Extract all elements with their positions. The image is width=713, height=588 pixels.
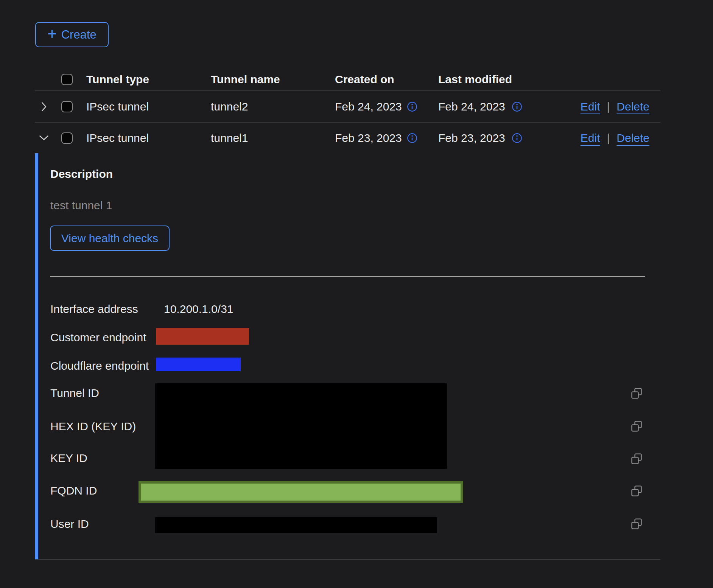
create-button-label: Create [61,28,97,42]
plus-icon: + [47,26,57,42]
field-label-hex-id: HEX ID (KEY ID) [50,419,136,434]
cell-tunnel-type: IPsec tunnel [86,132,149,145]
edit-link[interactable]: Edit [581,132,600,145]
header-tunnel-type: Tunnel type [86,73,149,86]
field-label-fqdn-id: FQDN ID [50,483,97,498]
field-label-customer-endpoint: Customer endpoint [50,330,146,345]
copy-key-id-icon[interactable] [631,453,642,465]
header-tunnel-name: Tunnel name [211,73,280,86]
expanded-row-panel: Description test tunnel 1 View health ch… [0,153,713,560]
fqdn-id-redaction [139,481,463,503]
expand-chevron-right-icon[interactable] [36,99,51,114]
description-label: Description [50,166,113,182]
cell-last-modified: Feb 24, 2023 [438,100,505,113]
user-id-redaction [155,517,437,533]
cloudflare-endpoint-redaction [156,358,241,371]
copy-user-id-icon[interactable] [631,518,642,530]
created-on-info-icon[interactable] [407,133,417,143]
create-button[interactable]: + Create [35,22,109,47]
chevron-right-icon [41,102,47,112]
copy-tunnel-id-icon[interactable] [631,388,642,399]
cell-tunnel-name: tunnel2 [211,100,248,113]
last-modified-info-icon[interactable] [512,133,522,143]
table-header: Tunnel type Tunnel name Created on Last … [0,68,713,90]
header-last-modified: Last modified [438,73,512,86]
cell-created-on: Feb 24, 2023 [335,100,402,113]
view-health-checks-button[interactable]: View health checks [50,226,170,251]
row-checkbox[interactable] [61,101,73,112]
edit-link[interactable]: Edit [581,100,600,113]
ids-redaction [155,383,447,469]
page: { "create_button": { "plus_icon": "+", "… [0,0,713,588]
header-created-on: Created on [335,73,394,86]
panel-divider-line [50,276,645,277]
row-actions: Edit | Delete [581,132,649,145]
action-separator: | [607,132,610,145]
delete-link[interactable]: Delete [616,132,649,145]
field-label-key-id: KEY ID [50,451,87,466]
last-modified-info-icon[interactable] [512,101,522,112]
select-all-checkbox[interactable] [61,74,73,85]
cell-last-modified: Feb 23, 2023 [438,132,505,145]
expanded-row-indicator-bar [35,153,38,560]
collapse-chevron-down-icon[interactable] [36,131,51,146]
action-separator: | [607,100,610,113]
row-checkbox[interactable] [61,132,73,144]
table-bottom-line [35,559,660,560]
table-row: IPsec tunnel tunnel1 Feb 23, 2023 Feb 23… [0,123,713,153]
field-label-cloudflare-endpoint: Cloudflare endpoint [50,358,149,373]
row-actions: Edit | Delete [581,100,649,113]
cell-tunnel-type: IPsec tunnel [86,100,149,113]
chevron-down-icon [39,135,49,141]
field-value-interface-address: 10.200.1.0/31 [164,302,234,317]
copy-fqdn-id-icon[interactable] [631,485,642,497]
table-row: IPsec tunnel tunnel2 Feb 24, 2023 Feb 24… [0,91,713,122]
copy-hex-id-icon[interactable] [631,421,642,432]
customer-endpoint-redaction [156,328,249,345]
field-label-tunnel-id: Tunnel ID [50,386,99,401]
field-label-interface-address: Interface address [50,302,138,317]
cell-tunnel-name: tunnel1 [211,132,248,145]
field-label-user-id: User ID [50,516,89,532]
description-value: test tunnel 1 [50,198,112,213]
cell-created-on: Feb 23, 2023 [335,132,402,145]
delete-link[interactable]: Delete [616,100,649,113]
created-on-info-icon[interactable] [407,101,417,112]
